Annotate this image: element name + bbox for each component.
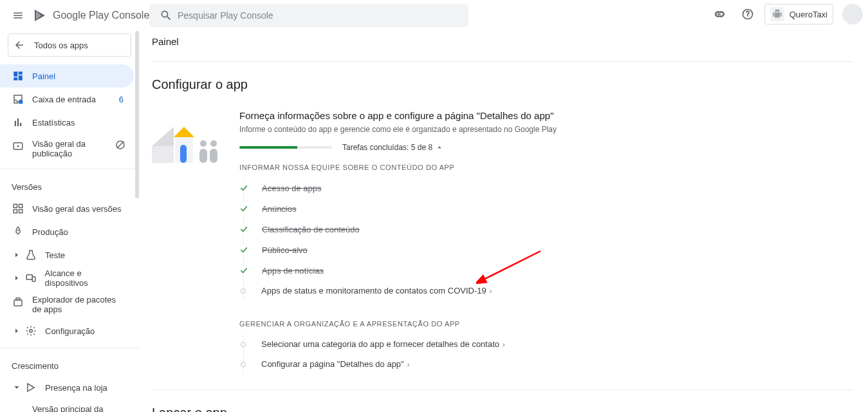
svg-rect-28 (210, 149, 217, 163)
svg-rect-16 (14, 300, 22, 306)
page-title: Painel (152, 36, 853, 47)
sidebar-item-bundle-explorer[interactable]: Explorador de pacotes de apps (0, 290, 134, 319)
task-label: Configurar a página "Detalhes do app" › (261, 359, 409, 369)
back-all-apps-button[interactable]: Todos os apps (8, 33, 131, 57)
versions-overview-icon (12, 202, 24, 215)
gear-icon (24, 324, 37, 337)
svg-line-8 (117, 142, 124, 149)
task-row[interactable]: Anúncios (239, 198, 853, 219)
sidebar-item-label: Painel (32, 71, 55, 81)
sidebar-item-configuration[interactable]: Configuração (0, 319, 134, 342)
task-label: Acesso de apps (262, 183, 322, 193)
bundle-icon (12, 295, 24, 308)
task-row[interactable]: Configurar a página "Detalhes do app" › (239, 354, 853, 374)
svg-rect-27 (199, 149, 207, 163)
sidebar-item-label: Alcance e dispositivos (45, 268, 126, 288)
help-button[interactable]: ? (736, 3, 759, 26)
svg-text:?: ? (746, 10, 750, 17)
task-label: Classificação de conteúdo (262, 225, 360, 234)
task-row[interactable]: Apps de notícias (239, 260, 853, 281)
sidebar-item-label: Presença na loja (45, 383, 107, 393)
app-header: Google Play Console ? QueroTaxi (0, 0, 868, 31)
sidebar-item-store-presence[interactable]: Presença na loja (0, 376, 134, 399)
check-icon (239, 245, 249, 255)
devices-icon (24, 272, 37, 285)
task-label: Apps de status e monitoramento de contat… (261, 286, 492, 295)
inbox-badge: 6 (119, 95, 124, 104)
back-all-apps-label: Todos os apps (34, 41, 88, 50)
check-icon (239, 183, 249, 193)
setup-illustration (152, 111, 226, 163)
svg-rect-20 (152, 146, 174, 163)
hamburger-icon (12, 10, 24, 21)
logo-text: Google Play Console (53, 10, 149, 21)
chevron-down-icon (12, 384, 22, 391)
svg-point-4 (19, 100, 23, 104)
svg-rect-10 (19, 204, 23, 207)
help-icon: ? (741, 8, 754, 21)
task-label: Público-alvo (262, 245, 308, 255)
setup-card-title: Forneça informações sobre o app e config… (239, 110, 853, 121)
sidebar-item-label: Caixa de entrada (32, 95, 96, 104)
sidebar-item-versions-overview[interactable]: Visão geral das versões (0, 197, 134, 220)
svg-rect-9 (14, 204, 17, 207)
user-avatar[interactable] (842, 4, 863, 24)
sidebar-item-label: Versão principal da página "Detalhes do … (32, 404, 126, 412)
publishing-icon (12, 140, 24, 153)
setup-card-description: Informe o conteúdo do app e gerencie com… (239, 125, 853, 134)
chevron-right-icon (12, 327, 22, 335)
search-input[interactable] (178, 10, 463, 21)
android-icon (770, 7, 784, 21)
task-row[interactable]: Selecionar uma categoria do app e fornec… (239, 334, 853, 354)
task-row[interactable]: Público-alvo (239, 239, 853, 260)
chevron-up-icon (435, 143, 444, 152)
search-icon (160, 9, 172, 22)
inbox-icon (12, 93, 24, 106)
task-row[interactable]: Acesso de apps (239, 178, 853, 198)
svg-point-26 (210, 140, 217, 147)
app-selector[interactable]: QueroTaxi (764, 4, 833, 24)
sidebar-item-label: Visão geral das versões (32, 204, 122, 214)
svg-rect-11 (14, 210, 17, 213)
svg-marker-19 (28, 384, 35, 391)
progress-toggle[interactable]: Tarefas concluídas: 5 de 8 (342, 143, 444, 152)
task-row[interactable]: Classificação de conteúdo (239, 219, 853, 239)
sidebar-scrollbar[interactable] (135, 31, 139, 198)
svg-point-13 (17, 230, 19, 231)
link-button[interactable] (708, 3, 731, 26)
svg-marker-21 (152, 127, 174, 146)
svg-point-6 (17, 145, 19, 147)
check-icon (239, 203, 249, 214)
svg-rect-23 (180, 145, 187, 163)
chevron-right-icon (12, 274, 22, 282)
sidebar-item-label: Teste (45, 250, 65, 260)
progress-text: Tarefas concluídas: 5 de 8 (342, 143, 432, 152)
sidebar-item-painel[interactable]: Painel (0, 64, 134, 88)
header-actions: ? QueroTaxi (708, 3, 863, 26)
progress-bar (239, 146, 332, 149)
task-row-covid[interactable]: Apps de status e monitoramento de contat… (239, 281, 853, 301)
stats-icon (12, 116, 24, 129)
logo[interactable]: Google Play Console (32, 8, 149, 23)
hamburger-menu-button[interactable] (5, 3, 31, 28)
publishing-off-icon (115, 139, 126, 153)
sidebar-item-stats[interactable]: Estatísticas (0, 111, 134, 134)
sidebar-item-label: Configuração (45, 326, 95, 336)
svg-rect-17 (16, 298, 20, 300)
svg-point-18 (30, 330, 33, 333)
sidebar-item-production[interactable]: Produção (0, 220, 134, 243)
launch-app-heading: Lançar o app (152, 406, 853, 412)
divider (152, 61, 853, 62)
sidebar-item-label: Visão geral da publicação (32, 139, 103, 158)
sidebar-item-testing[interactable]: Teste (0, 243, 134, 267)
sidebar-item-publishing-overview[interactable]: Visão geral da publicação (0, 134, 134, 164)
sidebar-item-main-listing[interactable]: Versão principal da página "Detalhes do … (0, 399, 134, 412)
sidebar-section-versions: Versões (0, 174, 139, 197)
task-group-presentation: GERENCIAR A ORGANIZAÇÃO E A APRESENTAÇÃO… (239, 320, 853, 328)
sidebar-section-growth: Crescimento (0, 353, 139, 376)
circle-icon (241, 288, 246, 294)
sidebar-item-inbox[interactable]: Caixa de entrada 6 (0, 88, 134, 111)
sidebar-item-reach[interactable]: Alcance e dispositivos (0, 267, 134, 290)
search-box[interactable] (149, 4, 468, 27)
main-content: Painel Configurar o app Forneça inform (139, 31, 868, 412)
